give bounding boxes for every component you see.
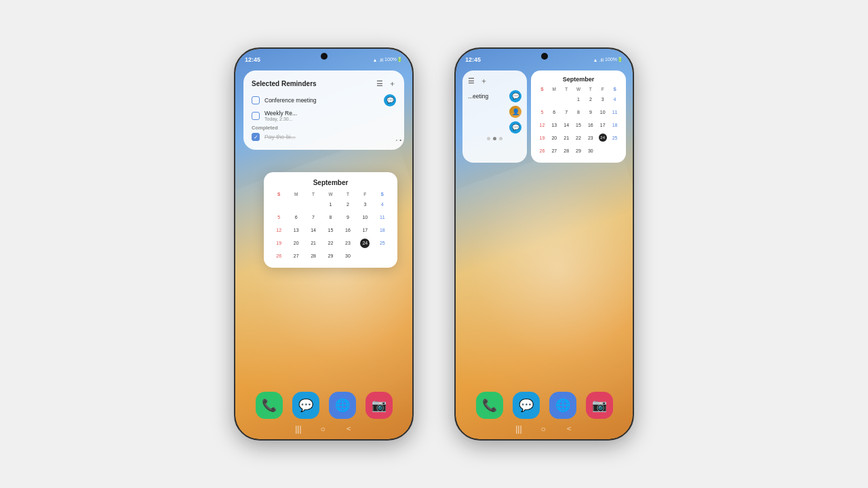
dot-1	[487, 137, 490, 140]
cal-cell: 29	[322, 250, 338, 262]
cal-cell: 13	[288, 224, 304, 237]
phone-app-icon-2[interactable]: 📞	[476, 392, 503, 419]
camera-app-icon-2[interactable]: 📷	[586, 392, 613, 419]
cal-header-wed: W	[322, 190, 338, 198]
cal2-cell: 12	[536, 119, 548, 131]
cal2-header-sat: S	[609, 85, 620, 93]
cal-header-mon: M	[288, 190, 304, 198]
cal-cell: 2	[340, 199, 356, 211]
cal2-header-wed: W	[573, 85, 585, 93]
reminder-weekly[interactable]: Weekly Re... Today, 2:30...	[252, 110, 396, 121]
phone2-widget-area: ☰ ＋ ...eeting 💬 👤	[462, 70, 626, 163]
reminder-text-1: Conference meeting	[264, 97, 379, 104]
nav-recents[interactable]: |||	[295, 424, 301, 434]
cal2-cell: 1	[573, 94, 585, 106]
cal-cell: 9	[340, 211, 356, 224]
cal-cell: 6	[288, 211, 304, 224]
mini-widget-header: ☰ ＋	[468, 76, 521, 86]
mini-reminder-2[interactable]: 👤	[468, 106, 521, 118]
nav-home-2[interactable]: ○	[541, 424, 546, 434]
cal-cell: 3	[357, 199, 373, 211]
reminders-widget[interactable]: Selected Reminders ☰ ＋ Conference meetin…	[243, 70, 404, 150]
nav-back-2[interactable]: ＜	[565, 423, 573, 434]
mini-reminder-3[interactable]: 💬	[468, 121, 521, 134]
signal-icon-2: .ill	[599, 58, 604, 62]
cal-cell	[374, 250, 391, 262]
cal-header-fri: F	[357, 190, 373, 198]
messages-app-icon[interactable]: 💬	[292, 392, 319, 419]
nav-recents-2[interactable]: |||	[515, 424, 521, 434]
messages-app-icon-2[interactable]: 💬	[513, 392, 540, 419]
nav-home[interactable]: ○	[321, 424, 326, 434]
widget-area-1: Selected Reminders ☰ ＋ Conference meetin…	[243, 70, 404, 154]
cal-cell: 12	[271, 224, 287, 237]
calendar-widget-2[interactable]: September S M T W T F S 1 2 3	[531, 70, 626, 163]
cal-cell: 27	[288, 250, 304, 262]
widget-header: Selected Reminders ☰ ＋	[252, 79, 396, 89]
status-icons-1: ▲ .ill 100%🔋	[373, 57, 403, 62]
browser-app-icon-2[interactable]: 🌐	[549, 392, 576, 419]
camera-app-icon[interactable]: 📷	[366, 392, 393, 419]
cal2-cell: 29	[573, 145, 585, 157]
phone-2: 12:45 ▲ .ill 100%🔋 ☰ ＋	[454, 47, 634, 441]
cal-cell	[288, 199, 304, 211]
cal2-cell-today: 24	[597, 132, 608, 144]
reminder-conference[interactable]: Conference meeting 💬	[252, 94, 396, 106]
cal-cell: 26	[271, 250, 287, 262]
reminders-mini-widget[interactable]: ☰ ＋ ...eeting 💬 👤	[462, 70, 527, 163]
message-icon-mini-1: 💬	[512, 93, 519, 100]
reminder-badge-1: 💬	[384, 94, 396, 106]
cal-cell: 19	[271, 237, 287, 249]
cal2-header-mon: M	[549, 85, 560, 93]
cal-cell	[271, 199, 287, 211]
cal-cell: 1	[322, 199, 338, 211]
app-dock-1: 📞 💬 🌐 📷	[256, 392, 393, 419]
cal-cell: 28	[305, 250, 321, 262]
cal2-header-sun: S	[536, 85, 548, 93]
widget-title: Selected Reminders	[252, 80, 317, 87]
cal-cell-today: 24	[357, 237, 373, 249]
cal-cell: 10	[357, 211, 373, 224]
cal-cell: 23	[340, 237, 356, 249]
list-icon[interactable]: ☰	[376, 79, 383, 88]
cal2-cell: 19	[536, 132, 548, 144]
cal2-cell: 20	[549, 132, 560, 144]
cal-header-thu: T	[340, 190, 356, 198]
nav-back[interactable]: ＜	[344, 423, 353, 434]
dot-3	[499, 137, 502, 140]
bottom-nav-2: 📞 💬 🌐 📷 ||| ○ ＜	[456, 392, 633, 439]
reminder-check-pay[interactable]	[252, 133, 260, 141]
cal2-cell: 2	[585, 94, 596, 106]
reminder-text-pay: Pay-the-bi...	[264, 134, 396, 140]
camera-notch-2	[541, 53, 548, 60]
cal-cell: 4	[374, 199, 391, 211]
cal-header-tue: T	[305, 190, 321, 198]
cal2-header-fri: F	[597, 85, 608, 93]
cal2-cell	[549, 94, 560, 106]
page-dots	[468, 137, 521, 140]
browser-app-icon[interactable]: 🌐	[329, 392, 356, 419]
mini-reminder-1[interactable]: ...eeting 💬	[468, 90, 521, 102]
phone-app-icon[interactable]: 📞	[256, 392, 283, 419]
cal-header-sun: S	[271, 190, 287, 198]
reminder-check-1[interactable]	[252, 96, 260, 104]
add-icon-2[interactable]: ＋	[480, 76, 488, 86]
cal-cell: 16	[340, 224, 356, 237]
reminder-pay[interactable]: Pay-the-bi...	[252, 133, 396, 141]
status-time-2: 12:45	[465, 56, 481, 63]
dot-2	[493, 137, 496, 140]
cal-cell: 21	[305, 237, 321, 249]
phone-1: 12:45 ▲ .ill 100%🔋 Selected Reminders ☰ …	[234, 47, 414, 441]
cal-cell: 15	[322, 224, 338, 237]
list-icon-2[interactable]: ☰	[468, 77, 475, 85]
cal2-cell: 17	[597, 119, 608, 131]
reminder-check-2[interactable]	[252, 112, 260, 120]
cal2-cell	[609, 145, 620, 157]
cal2-cell: 11	[609, 106, 620, 119]
completed-section: Completed Pay-the-bi...	[252, 125, 396, 141]
cal2-header-tue: T	[561, 85, 572, 93]
calendar-grid-2: S M T W T F S 1 2 3 4 5 6	[536, 85, 620, 157]
add-icon[interactable]: ＋	[389, 79, 396, 89]
cal2-cell: 14	[561, 119, 572, 131]
status-bar-1: 12:45 ▲ .ill 100%🔋	[235, 49, 412, 68]
